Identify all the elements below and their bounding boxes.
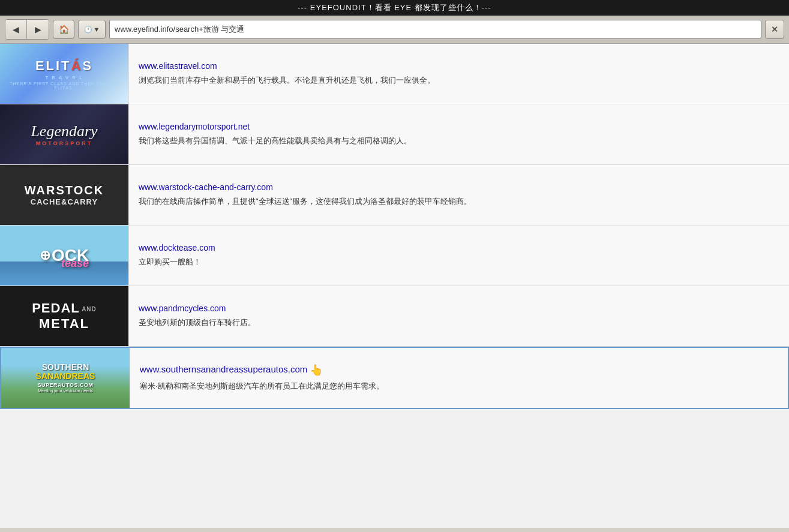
result-desc-4: 圣安地列斯的顶级自行车骑行店。	[139, 317, 779, 329]
forward-button[interactable]: ▶	[27, 20, 49, 39]
result-desc-5: 塞米·凯勒和南圣安地列斯超级汽车的所有员工在此满足您的用车需求。	[140, 380, 778, 392]
result-desc-1: 我们将这些具有异国情调、气派十足的高性能载具卖给具有与之相同格调的人。	[139, 135, 779, 147]
result-logo-3: ⊕ OCK tease	[0, 226, 129, 285]
nav-buttons: ◀ ▶	[5, 19, 49, 40]
result-info-0: www.elitastravel.com浏览我们当前库存中全新和易手的飞行载具。…	[129, 54, 789, 94]
history-clock-icon: 🕐	[84, 26, 92, 34]
result-info-1: www.legendarymotorsport.net我们将这些具有异国情调、气…	[129, 115, 789, 154]
search-result-4[interactable]: PEDAL AND METAL www.pandmcycles.com圣安地列斯…	[0, 286, 789, 347]
close-button[interactable]: ✕	[765, 20, 784, 39]
cursor-icon: 👆	[310, 363, 323, 377]
content-area: ELITÁS T R A V E L THERE'S FIRST CLASS A…	[0, 44, 789, 528]
result-desc-2: 我们的在线商店操作简单，且提供"全球运送"服务，这使得我们成为洛圣都最好的装甲车…	[139, 196, 779, 208]
result-url-1[interactable]: www.legendarymotorsport.net	[139, 122, 779, 131]
result-logo-4: PEDAL AND METAL	[0, 286, 129, 346]
result-url-4[interactable]: www.pandmcycles.com	[139, 303, 779, 313]
result-logo-5: SOUTHERN SANANDREAS SUPERAUTOS.COM Meeti…	[1, 348, 130, 408]
history-dropdown-icon: ▼	[94, 26, 100, 33]
result-url-3[interactable]: www.docktease.com	[139, 243, 779, 253]
search-result-0[interactable]: ELITÁS T R A V E L THERE'S FIRST CLASS A…	[0, 44, 789, 104]
result-info-4: www.pandmcycles.com圣安地列斯的顶级自行车骑行店。	[129, 296, 789, 336]
search-result-5[interactable]: SOUTHERN SANANDREAS SUPERAUTOS.COM Meeti…	[0, 347, 789, 409]
result-info-5: www.southernsanandreassuperautos.com👆塞米·…	[130, 356, 788, 399]
result-logo-1: Legendary MOTORSPORT	[0, 104, 129, 164]
back-button[interactable]: ◀	[5, 20, 27, 39]
search-result-1[interactable]: Legendary MOTORSPORT www.legendarymotors…	[0, 104, 789, 165]
address-bar[interactable]	[109, 20, 761, 39]
search-result-2[interactable]: WARSTOCK CACHE&CARRY www.warstock-cache-…	[0, 165, 789, 226]
history-button[interactable]: 🕐 ▼	[78, 20, 106, 39]
result-info-2: www.warstock-cache-and-carry.com我们的在线商店操…	[129, 175, 789, 215]
result-url-5[interactable]: www.southernsanandreassuperautos.com👆	[140, 363, 778, 377]
result-desc-0: 浏览我们当前库存中全新和易手的飞行载具。不论是直升机还是飞机，我们一应俱全。	[139, 74, 779, 86]
result-logo-2: WARSTOCK CACHE&CARRY	[0, 165, 129, 225]
result-desc-3: 立即购买一艘船！	[139, 256, 779, 268]
result-url-0[interactable]: www.elitastravel.com	[139, 61, 779, 71]
result-logo-0: ELITÁS T R A V E L THERE'S FIRST CLASS A…	[0, 44, 129, 104]
title-bar: --- EYEFOUNDIT！看看 EYE 都发现了些什么！---	[0, 0, 789, 16]
result-url-2[interactable]: www.warstock-cache-and-carry.com	[139, 182, 779, 192]
search-result-3[interactable]: ⊕ OCK tease www.docktease.com立即购买一艘船！	[0, 226, 789, 286]
browser-chrome: ◀ ▶ 🏠 🕐 ▼ ✕	[0, 16, 789, 44]
home-button[interactable]: 🏠	[53, 20, 74, 39]
title-text: --- EYEFOUNDIT！看看 EYE 都发现了些什么！---	[298, 3, 491, 12]
result-info-3: www.docktease.com立即购买一艘船！	[129, 236, 789, 275]
